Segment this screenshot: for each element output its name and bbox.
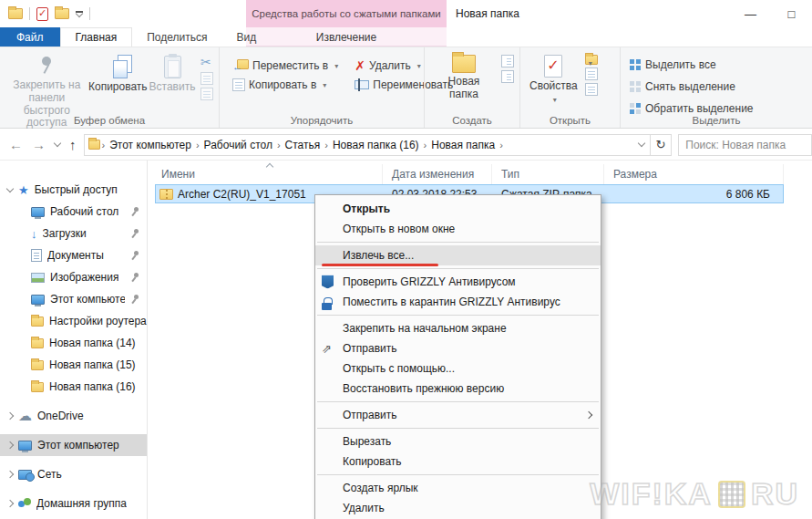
up-icon[interactable]: ↑: [69, 137, 77, 152]
column-headers: Имени Дата изменения Тип Размера: [155, 164, 784, 184]
folder-icon[interactable]: [55, 8, 69, 19]
menu-item-extract-all[interactable]: Извлечь все...: [315, 245, 601, 265]
folder-icon: [31, 360, 44, 370]
edit-icon[interactable]: [585, 67, 598, 80]
breadcrumb-new-folder-16[interactable]: Новая папка (16): [330, 139, 422, 151]
menu-separator: [317, 268, 599, 269]
breadcrumb-new-folder[interactable]: Новая папка: [428, 139, 498, 151]
refresh-icon[interactable]: ↻: [651, 134, 673, 156]
menu-item-quarantine-antivirus[interactable]: Поместить в карантин GRIZZLY Антивирус: [315, 292, 601, 312]
breadcrumb-this-pc[interactable]: Этот компьютер: [107, 139, 194, 151]
sidebar-item-homegroup[interactable]: Домашняя группа: [0, 493, 147, 514]
red-underline-annotation: [322, 264, 438, 266]
sidebar-item-this-pc-pinned[interactable]: Этот компьютер: [0, 288, 147, 310]
sidebar-item-documents[interactable]: Документы: [0, 244, 147, 266]
sidebar-item-new-folder-15[interactable]: Новая папка (15): [0, 354, 147, 376]
menu-item-delete[interactable]: Удалить: [315, 498, 601, 518]
copy-path-icon[interactable]: [200, 72, 213, 85]
tab-share[interactable]: Поделиться: [132, 27, 221, 47]
properties-check-icon[interactable]: [36, 7, 48, 21]
column-header-size[interactable]: Размера: [604, 164, 784, 184]
sidebar-item-onedrive[interactable]: ☁ OneDrive: [0, 405, 147, 427]
paste-button[interactable]: Вставить: [146, 51, 199, 98]
menu-item-share[interactable]: ⇗ Отправить: [315, 338, 601, 358]
new-item-icon[interactable]: [501, 55, 514, 67]
menu-item-restore-previous[interactable]: Восстановить прежнюю версию: [315, 379, 601, 399]
menu-item-open-with[interactable]: Открыть с помощью...: [315, 358, 601, 379]
column-header-name[interactable]: Имени: [155, 164, 383, 184]
title-bar: Средства работы со сжатыми папками Новая…: [0, 0, 812, 27]
sidebar-item-new-folder-16[interactable]: Новая папка (16): [0, 376, 147, 398]
column-header-date[interactable]: Дата изменения: [383, 164, 492, 184]
folder-icon[interactable]: [8, 8, 23, 19]
sidebar-item-pictures[interactable]: Изображения: [0, 266, 147, 288]
address-dropdown-icon[interactable]: [637, 140, 644, 147]
maximize-button[interactable]: □: [771, 0, 812, 27]
menu-separator: [317, 474, 599, 475]
tab-extract[interactable]: Извлечение: [246, 27, 447, 47]
menu-item-create-shortcut[interactable]: Создать ярлык: [315, 478, 601, 498]
easy-access-icon[interactable]: [501, 70, 514, 83]
search-box[interactable]: [678, 134, 812, 156]
sidebar-item-network[interactable]: Сеть: [0, 463, 147, 485]
new-folder-button[interactable]: Новая папка: [428, 51, 499, 105]
ribbon-group-create: Новая папка Создать: [424, 47, 519, 128]
chevron-right-icon[interactable]: [6, 412, 14, 420]
breadcrumb-article[interactable]: Статья: [283, 139, 324, 151]
sort-ascending-icon: [266, 163, 273, 171]
history-icon[interactable]: [585, 83, 598, 96]
copy-button[interactable]: Копировать: [90, 51, 146, 98]
menu-item-cut[interactable]: Вырезать: [315, 431, 601, 452]
breadcrumb-desktop[interactable]: Рабочий стол: [201, 139, 275, 151]
pushpin-icon: [36, 55, 57, 77]
address-bar[interactable]: › Этот компьютер › Рабочий стол › Статья…: [84, 134, 651, 156]
menu-item-scan-antivirus[interactable]: Проверить GRIZZLY Антивирусом: [315, 272, 601, 292]
desktop-icon: [31, 207, 45, 217]
search-input[interactable]: [685, 139, 805, 151]
sidebar-item-new-folder-14[interactable]: Новая папка (14): [0, 332, 147, 354]
ribbon-group-select: Выделить все Снять выделение Обратить вы…: [620, 47, 812, 128]
select-none-button[interactable]: Снять выделение: [626, 78, 757, 95]
menu-item-send-to[interactable]: Отправить: [315, 405, 601, 425]
sidebar-item-downloads[interactable]: ↓ Загрузки: [0, 223, 147, 244]
sidebar-item-quick-access[interactable]: ★ Быстрый доступ: [0, 179, 147, 201]
chevron-right-icon[interactable]: [6, 441, 14, 449]
open-icon[interactable]: [585, 55, 598, 65]
recent-locations-icon[interactable]: [54, 140, 61, 147]
quick-access-star-icon: ★: [18, 183, 29, 197]
tab-file[interactable]: Файл: [0, 27, 60, 47]
folder-icon: [31, 317, 44, 327]
group-label-clipboard: Буфер обмена: [0, 115, 219, 126]
paste-icon: [164, 56, 181, 78]
customize-toolbar-icon[interactable]: [76, 11, 83, 16]
ribbon-group-open: Свойства Открыть: [519, 47, 620, 128]
lock-icon: [322, 303, 332, 310]
breadcrumb-separator-icon: ›: [100, 140, 108, 151]
copy-to-button[interactable]: Копировать в: [229, 77, 342, 93]
menu-item-open-new-window[interactable]: Открыть в новом окне: [315, 219, 601, 239]
forward-icon[interactable]: →: [32, 137, 46, 152]
properties-icon: [544, 55, 562, 78]
ribbon-group-clipboard: Закрепить на панели быстрого доступа Коп…: [0, 47, 219, 128]
back-icon[interactable]: ←: [9, 137, 23, 152]
tab-home[interactable]: Главная: [60, 27, 133, 47]
sidebar-item-router-settings[interactable]: Настройки роутера: [0, 310, 147, 332]
chevron-down-icon[interactable]: [6, 184, 14, 192]
menu-item-open[interactable]: Открыть: [315, 199, 601, 219]
select-all-button[interactable]: Выделить все: [626, 57, 757, 73]
chevron-right-icon[interactable]: [6, 500, 14, 507]
move-to-button[interactable]: ← Переместить в: [229, 57, 342, 75]
cut-icon[interactable]: ✂: [200, 55, 213, 69]
menu-item-pin-to-start[interactable]: Закрепить на начальном экране: [315, 318, 601, 338]
network-icon: [18, 470, 32, 480]
properties-button[interactable]: Свойства: [524, 51, 583, 108]
column-header-type[interactable]: Тип: [492, 164, 604, 184]
minimize-button[interactable]: —: [730, 0, 771, 27]
sidebar-item-this-pc[interactable]: Этот компьютер: [0, 434, 147, 456]
chevron-right-icon[interactable]: [6, 471, 14, 478]
paste-shortcut-icon[interactable]: [200, 88, 213, 100]
invert-selection-icon: [630, 103, 642, 115]
sidebar-item-desktop[interactable]: Рабочий стол: [0, 201, 147, 223]
menu-item-copy[interactable]: Копировать: [315, 452, 601, 472]
divider: [89, 7, 90, 20]
